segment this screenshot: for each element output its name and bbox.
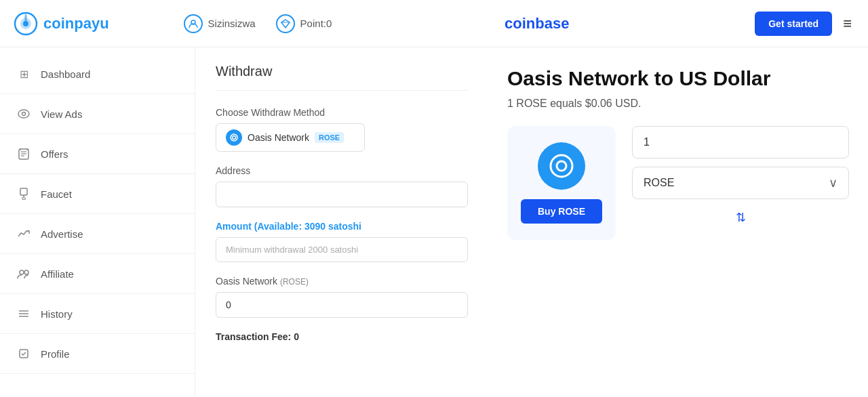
coinpayu-logo-icon — [14, 12, 38, 36]
header-nav: Sizinsizwa Point:0 — [184, 14, 332, 33]
available-amount: 3090 — [304, 221, 326, 232]
buy-rose-button[interactable]: Buy ROSE — [521, 199, 602, 224]
coinbase-logo: coinbase — [505, 15, 569, 33]
oasis-method-icon — [226, 129, 242, 146]
coinbase-header: coinbase Get started ≡ — [488, 0, 868, 47]
swap-arrows-icon[interactable]: ⇅ — [736, 210, 746, 225]
method-label: Choose Withdraw Method — [216, 107, 468, 118]
history-icon — [16, 306, 31, 321]
method-badge: ROSE — [315, 132, 344, 143]
converter-amount-input[interactable]: 1 — [632, 126, 849, 159]
oasis-group: Oasis Network (ROSE) — [216, 276, 468, 318]
conversion-subtitle: 1 ROSE equals $0.06 USD. — [507, 98, 849, 110]
address-input[interactable] — [216, 182, 468, 207]
tx-fee: Transaction Fee: 0 — [216, 331, 468, 342]
advertise-icon — [16, 226, 31, 241]
svg-point-23 — [551, 155, 572, 177]
diamond-icon — [276, 14, 295, 33]
withdraw-content: Withdraw Choose Withdraw Method Oasis Ne… — [195, 47, 488, 397]
method-group: Choose Withdraw Method Oasis Network ROS… — [216, 107, 468, 152]
sidebar-item-history[interactable]: History — [0, 294, 195, 334]
coinpayu-body: ⊞ Dashboard View Ads Offers Faucet — [0, 47, 488, 397]
sidebar-item-profile[interactable]: Profile — [0, 334, 195, 374]
coinpayu-panel: coinpayu Sizinsizwa Point:0 ⊞ Dashboard — [0, 0, 488, 397]
rose-logo-circle — [538, 142, 585, 190]
dashboard-icon: ⊞ — [16, 66, 31, 81]
svg-point-22 — [233, 136, 236, 140]
rose-card: Buy ROSE — [507, 126, 616, 240]
amount-group: Amount (Available: 3090 satoshi Minimum … — [216, 221, 468, 262]
sidebar-item-view-ads[interactable]: View Ads — [0, 94, 195, 134]
svg-rect-12 — [20, 188, 27, 195]
user-icon — [184, 14, 203, 33]
sidebar-item-advertise[interactable]: Advertise — [0, 214, 195, 254]
address-label: Address — [216, 165, 468, 176]
conversion-title: Oasis Network to US Dollar — [507, 66, 849, 91]
hamburger-menu-icon[interactable]: ≡ — [843, 15, 852, 33]
coinpayu-logo: coinpayu — [14, 12, 109, 36]
points-nav-item[interactable]: Point:0 — [276, 14, 332, 33]
currency-select[interactable]: ROSE ∨ — [632, 167, 849, 199]
converter-section: 1 ROSE ∨ ⇅ — [632, 126, 849, 228]
get-started-button[interactable]: Get started — [755, 12, 832, 36]
chevron-down-icon: ∨ — [829, 175, 837, 190]
coinbase-panel: coinbase Get started ≡ Oasis Network to … — [488, 0, 868, 397]
sidebar-item-affiliate[interactable]: Affiliate — [0, 254, 195, 294]
amount-label: Amount (Available: 3090 satoshi — [216, 221, 468, 232]
svg-point-15 — [20, 270, 24, 274]
withdraw-title: Withdraw — [216, 64, 468, 91]
oasis-value-input[interactable] — [216, 292, 468, 318]
amount-placeholder[interactable]: Minimum withdrawal 2000 satoshi — [216, 237, 468, 262]
svg-marker-4 — [281, 20, 290, 28]
offers-icon — [16, 146, 31, 161]
svg-point-7 — [22, 112, 26, 116]
sidebar: ⊞ Dashboard View Ads Offers Faucet — [0, 47, 195, 397]
method-selector[interactable]: Oasis Network ROSE — [216, 123, 365, 152]
address-group: Address — [216, 165, 468, 207]
method-name: Oasis Network — [248, 132, 309, 143]
coinpayu-header: coinpayu Sizinsizwa Point:0 — [0, 0, 488, 47]
svg-point-24 — [557, 161, 566, 171]
sidebar-item-offers[interactable]: Offers — [0, 134, 195, 174]
profile-icon — [16, 346, 31, 361]
svg-point-6 — [18, 110, 29, 118]
coinbase-body: Oasis Network to US Dollar 1 ROSE equals… — [488, 47, 868, 397]
eye-icon — [16, 106, 31, 121]
currency-label: ROSE — [644, 177, 674, 189]
sidebar-item-faucet[interactable]: Faucet — [0, 174, 195, 214]
svg-point-14 — [22, 198, 26, 200]
faucet-icon — [16, 186, 31, 201]
sidebar-item-dashboard[interactable]: ⊞ Dashboard — [0, 54, 195, 94]
svg-point-16 — [24, 270, 28, 274]
oasis-label: Oasis Network (ROSE) — [216, 276, 468, 287]
coinbase-header-right: Get started ≡ — [755, 12, 852, 36]
svg-point-21 — [231, 134, 237, 141]
user-nav-item[interactable]: Sizinsizwa — [184, 14, 256, 33]
affiliate-icon — [16, 266, 31, 281]
swap-row: ⇅ — [632, 207, 849, 228]
